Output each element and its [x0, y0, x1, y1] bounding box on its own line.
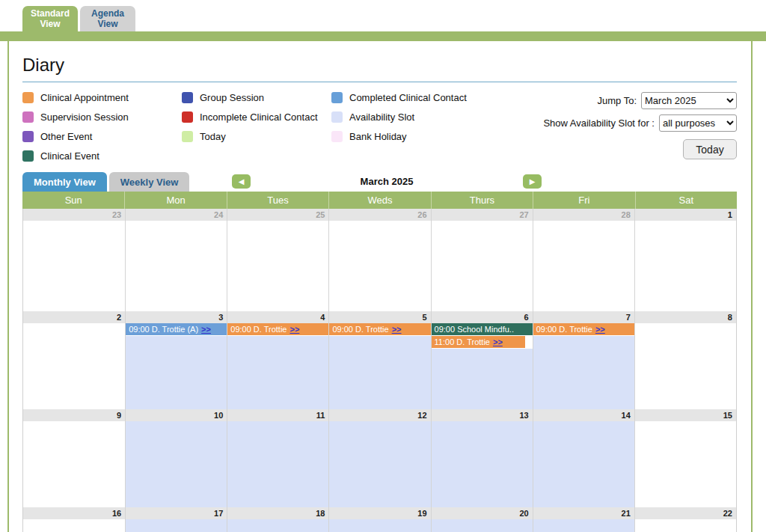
calendar-day-cell[interactable]: 12 [328, 409, 430, 507]
day-number[interactable]: 16 [23, 507, 125, 519]
calendar-day-cell[interactable]: 709:00 D. Trottie>> [533, 311, 634, 409]
day-number[interactable]: 18 [227, 507, 328, 519]
prev-month-button[interactable]: ◀ [232, 174, 251, 189]
event[interactable]: 11:00 D. Trottie>> [432, 336, 526, 348]
calendar-day-cell[interactable]: 11 [227, 409, 328, 507]
day-number[interactable]: 5 [329, 311, 430, 323]
today-button[interactable]: Today [683, 139, 737, 159]
day-number[interactable]: 22 [635, 507, 736, 519]
legend-label: Availability Slot [349, 111, 414, 123]
day-number[interactable]: 14 [533, 409, 634, 421]
day-number[interactable]: 7 [533, 311, 634, 323]
availability-filter-select[interactable]: all purposes [659, 114, 737, 132]
day-number[interactable]: 6 [432, 311, 533, 323]
calendar-day-cell[interactable]: 9 [23, 409, 125, 507]
tab-weekly-view[interactable]: Weekly View [109, 172, 190, 192]
day-number[interactable]: 24 [126, 209, 227, 221]
availability-slot[interactable] [432, 349, 533, 409]
event[interactable]: 09:00 D. Trottie>> [227, 323, 328, 335]
tab-monthly-view[interactable]: Monthly View [22, 172, 107, 192]
availability-slot[interactable] [329, 336, 430, 409]
calendar-day-cell[interactable]: 509:00 D. Trottie>> [328, 311, 430, 409]
day-number[interactable]: 21 [533, 507, 634, 519]
availability-slot[interactable] [126, 519, 227, 532]
availability-slot[interactable] [126, 336, 227, 409]
event-details-link[interactable]: >> [392, 325, 402, 334]
day-number[interactable]: 12 [329, 409, 430, 421]
calendar-day-cell[interactable]: 22 [634, 507, 736, 532]
calendar-day-cell[interactable]: 26 [328, 209, 430, 311]
calendar-day-cell[interactable]: 309:00 D. Trottie (A)>> [125, 311, 227, 409]
calendar-day-cell[interactable]: 23 [23, 209, 125, 311]
event-details-link[interactable]: >> [493, 337, 503, 346]
availability-slot[interactable] [329, 519, 430, 532]
day-number[interactable]: 9 [23, 409, 125, 421]
calendar-day-cell[interactable]: 16 [23, 507, 125, 532]
day-number[interactable]: 25 [227, 209, 328, 221]
tab-agenda-view[interactable]: Agenda View [80, 6, 135, 31]
availability-slot[interactable] [533, 519, 634, 532]
calendar-day-cell[interactable]: 28 [533, 209, 634, 311]
availability-slot[interactable] [432, 519, 533, 532]
calendar-day-cell[interactable]: 2 [23, 311, 125, 409]
calendar-day-cell[interactable]: 27 [431, 209, 533, 311]
day-cell-body: 09:00 D. Trottie (A)>> [126, 323, 227, 409]
day-number[interactable]: 2 [23, 311, 125, 323]
day-number[interactable]: 20 [432, 507, 533, 519]
calendar-day-cell[interactable]: 19 [328, 507, 430, 532]
availability-slot[interactable] [533, 421, 634, 507]
availability-slot[interactable] [126, 421, 227, 507]
day-number[interactable]: 8 [635, 311, 736, 323]
day-number[interactable]: 19 [329, 507, 430, 519]
event[interactable]: 09:00 School Mindfu.. [432, 323, 533, 335]
calendar-day-cell[interactable]: 8 [634, 311, 736, 409]
day-number[interactable]: 1 [635, 209, 736, 221]
event[interactable]: 09:00 D. Trottie>> [533, 323, 634, 335]
calendar-day-cell[interactable]: 409:00 D. Trottie>> [227, 311, 328, 409]
calendar-day-cell[interactable]: 609:00 School Mindfu..11:00 D. Trottie>> [431, 311, 533, 409]
calendar-day-cell[interactable]: 17 [125, 507, 227, 532]
tab-standard-view[interactable]: Standard View [22, 6, 78, 31]
availability-slot[interactable] [329, 421, 430, 507]
jump-to-select[interactable]: March 2025 [641, 92, 737, 109]
calendar-day-cell[interactable]: 14 [533, 409, 634, 507]
calendar-day-cell[interactable]: 20 [431, 507, 533, 532]
day-number[interactable]: 15 [635, 409, 736, 421]
day-header-cell: Sun [22, 192, 124, 209]
month-title: March 2025 [361, 176, 414, 187]
calendar-day-cell[interactable]: 24 [125, 209, 227, 311]
event-details-link[interactable]: >> [290, 325, 300, 334]
event[interactable]: 09:00 D. Trottie>> [329, 323, 430, 335]
event-details-link[interactable]: >> [201, 325, 211, 334]
event-details-link[interactable]: >> [595, 325, 605, 334]
legend-label: Today [200, 131, 226, 142]
calendar-day-cell[interactable]: 1 [634, 209, 736, 311]
calendar-day-cell[interactable]: 25 [227, 209, 328, 311]
calendar-day-cell[interactable]: 10 [125, 409, 227, 507]
calendar-day-cell[interactable]: 21 [533, 507, 634, 532]
calendar-day-cell[interactable]: 15 [634, 409, 736, 507]
calendar-day-cell[interactable]: 18 [227, 507, 328, 532]
availability-slot[interactable] [227, 519, 328, 532]
availability-slot[interactable] [227, 336, 328, 409]
day-number[interactable]: 28 [533, 209, 634, 221]
day-number[interactable]: 26 [329, 209, 430, 221]
availability-slot[interactable] [533, 336, 634, 409]
day-cell-body [227, 421, 328, 507]
day-number[interactable]: 13 [432, 409, 533, 421]
day-number[interactable]: 10 [126, 409, 227, 421]
day-number[interactable]: 11 [227, 409, 328, 421]
day-number[interactable]: 4 [227, 311, 328, 323]
event[interactable]: 09:00 D. Trottie (A)>> [126, 323, 227, 335]
legend-item: Completed Clinical Contact [331, 92, 503, 103]
legend-column: Clinical AppointmentSupervision SessionO… [22, 92, 182, 162]
day-cell-body [126, 519, 227, 532]
day-number[interactable]: 27 [432, 209, 533, 221]
availability-slot[interactable] [432, 421, 533, 507]
day-number[interactable]: 23 [23, 209, 125, 221]
day-number[interactable]: 3 [126, 311, 227, 323]
day-number[interactable]: 17 [126, 507, 227, 519]
availability-slot[interactable] [227, 421, 328, 507]
calendar-day-cell[interactable]: 13 [431, 409, 533, 507]
next-month-button[interactable]: ▶ [523, 174, 542, 189]
